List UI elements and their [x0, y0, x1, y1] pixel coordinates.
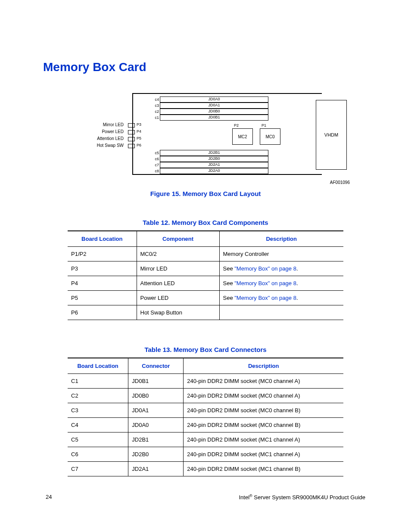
cell-component: Mirror LED — [137, 261, 219, 276]
led-pin: P3 — [137, 122, 141, 127]
cell-connector: JD0A0 — [128, 418, 184, 432]
cell-description: 240-pin DDR2 DIMM socket (MC1 channel B) — [184, 462, 343, 476]
led-label: Hot Swap SW — [85, 143, 124, 148]
cell-location: C6 — [68, 447, 128, 462]
table-row: C3JD0A1240-pin DDR2 DIMM socket (MC0 cha… — [68, 403, 343, 418]
table-row: P5Power LEDSee "Memory Box" on page 8. — [68, 291, 343, 305]
dimm-slot: JD2A0 — [160, 168, 268, 174]
slot-clabel: c3 — [153, 103, 159, 108]
led-label: Mirror LED — [85, 122, 124, 127]
dimm-slot: JD2B0 — [160, 156, 268, 162]
table-row: P1/P2MC0/2Memory Controller — [68, 247, 343, 261]
cell-description: See "Memory Box" on page 8. — [219, 291, 343, 305]
vhdm-connector: VHDM — [316, 100, 347, 170]
table-row: C4JD0A0240-pin DDR2 DIMM socket (MC0 cha… — [68, 418, 343, 432]
chip-mc2: MC2 — [232, 128, 253, 145]
cell-description: 240-pin DDR2 DIMM socket (MC1 channel A) — [184, 432, 343, 447]
cell-connector: JD0B0 — [128, 389, 184, 403]
dimm-slot: JD0B1 — [160, 115, 268, 121]
figure-diagram: c4 JD0A0 c3 JD0A1 c2 JD0B0 c1 JD0B1 P2 M… — [85, 91, 326, 177]
figure-af-number: AF001096 — [61, 180, 350, 185]
slot-clabel: c6 — [153, 157, 159, 161]
cell-description: See "Memory Box" on page 8. — [219, 276, 343, 291]
dimm-slot: JD2A1 — [160, 162, 268, 168]
led-icon — [128, 123, 135, 128]
cell-location: C2 — [68, 389, 128, 403]
col-header: Connector — [128, 358, 184, 374]
cell-location: C7 — [68, 462, 128, 476]
cell-connector: JD0B1 — [128, 374, 184, 389]
table-row: C1JD0B1240-pin DDR2 DIMM socket (MC0 cha… — [68, 374, 343, 389]
table-header-row: Board Location Component Description — [68, 231, 343, 247]
table-row: P3Mirror LEDSee "Memory Box" on page 8. — [68, 261, 343, 276]
table-row: C2JD0B0240-pin DDR2 DIMM socket (MC0 cha… — [68, 389, 343, 403]
switch-icon — [128, 144, 135, 148]
cell-location: C4 — [68, 418, 128, 432]
table13-caption: Table 13. Memory Box Card Connectors — [43, 346, 368, 353]
cell-description: Memory Controller — [219, 247, 343, 261]
table13: Board Location Connector Description C1J… — [68, 358, 343, 476]
col-header: Board Location — [68, 231, 137, 247]
table-row: P4Attention LEDSee "Memory Box" on page … — [68, 276, 343, 291]
footer-text: Server System SR9000MK4U Product Guide — [252, 494, 365, 501]
cross-reference-link[interactable]: "Memory Box" on page 8 — [234, 265, 296, 272]
chip-mc0: MC0 — [260, 128, 280, 145]
cell-connector: JD2B1 — [128, 432, 184, 447]
led-pin: P4 — [137, 129, 141, 134]
cell-component: Power LED — [137, 291, 219, 305]
chip-pin-label: P1 — [262, 123, 266, 128]
cell-location: C5 — [68, 432, 128, 447]
cell-description: 240-pin DDR2 DIMM socket (MC1 channel A) — [184, 447, 343, 462]
dimm-slot: JD2B1 — [160, 150, 268, 156]
cell-component: Hot Swap Button — [137, 305, 219, 320]
cell-description: See "Memory Box" on page 8. — [219, 261, 343, 276]
cell-component: Attention LED — [137, 276, 219, 291]
chip-pin-label: P2 — [234, 123, 239, 128]
slot-clabel: c1 — [153, 115, 159, 120]
slot-clabel: c2 — [153, 109, 159, 114]
cell-component: MC0/2 — [137, 247, 219, 261]
cell-connector: JD2B0 — [128, 447, 184, 462]
page-number: 24 — [46, 494, 52, 501]
table-row: C5JD2B1240-pin DDR2 DIMM socket (MC1 cha… — [68, 432, 343, 447]
led-label: Power LED — [85, 129, 124, 134]
dimm-slot: JD0A0 — [160, 96, 268, 103]
table-row: P6Hot Swap Button — [68, 305, 343, 320]
cell-description — [219, 305, 343, 320]
figure-caption: Figure 15. Memory Box Card Layout — [43, 190, 368, 197]
dimm-slot: JD0A1 — [160, 103, 268, 109]
cell-connector: JD0A1 — [128, 403, 184, 418]
cell-description: 240-pin DDR2 DIMM socket (MC0 channel B) — [184, 403, 343, 418]
col-header: Component — [137, 231, 219, 247]
col-header: Description — [184, 358, 343, 374]
led-pin: P6 — [137, 143, 141, 147]
led-label: Attention LED — [85, 136, 124, 141]
col-header: Board Location — [68, 358, 128, 374]
slot-clabel: c5 — [153, 151, 159, 155]
led-icon — [128, 130, 135, 134]
table-header-row: Board Location Connector Description — [68, 358, 343, 374]
cell-location: C3 — [68, 403, 128, 418]
cell-location: P4 — [68, 276, 137, 291]
cell-description: 240-pin DDR2 DIMM socket (MC0 channel A) — [184, 374, 343, 389]
board-outline: c4 JD0A0 c3 JD0A1 c2 JD0B0 c1 JD0B1 P2 M… — [132, 93, 322, 175]
cell-connector: JD2A1 — [128, 462, 184, 476]
page-footer: 24 Intel® Server System SR9000MK4U Produ… — [43, 494, 368, 501]
slot-clabel: c8 — [153, 169, 159, 173]
table-row: C7JD2A1240-pin DDR2 DIMM socket (MC1 cha… — [68, 462, 343, 476]
cell-location: P5 — [68, 291, 137, 305]
table12: Board Location Component Description P1/… — [68, 230, 343, 320]
footer-text: Intel — [239, 494, 250, 501]
slot-clabel: c7 — [153, 163, 159, 167]
led-pin: P5 — [137, 136, 141, 140]
cross-reference-link[interactable]: "Memory Box" on page 8 — [234, 295, 296, 301]
cell-location: P6 — [68, 305, 137, 320]
table12-caption: Table 12. Memory Box Card Components — [43, 219, 368, 226]
cell-location: P3 — [68, 261, 137, 276]
cell-description: 240-pin DDR2 DIMM socket (MC0 channel A) — [184, 389, 343, 403]
slot-clabel: c4 — [153, 97, 159, 102]
cross-reference-link[interactable]: "Memory Box" on page 8 — [234, 280, 296, 286]
cell-location: P1/P2 — [68, 247, 137, 261]
col-header: Description — [219, 231, 343, 247]
cell-description: 240-pin DDR2 DIMM socket (MC0 channel B) — [184, 418, 343, 432]
